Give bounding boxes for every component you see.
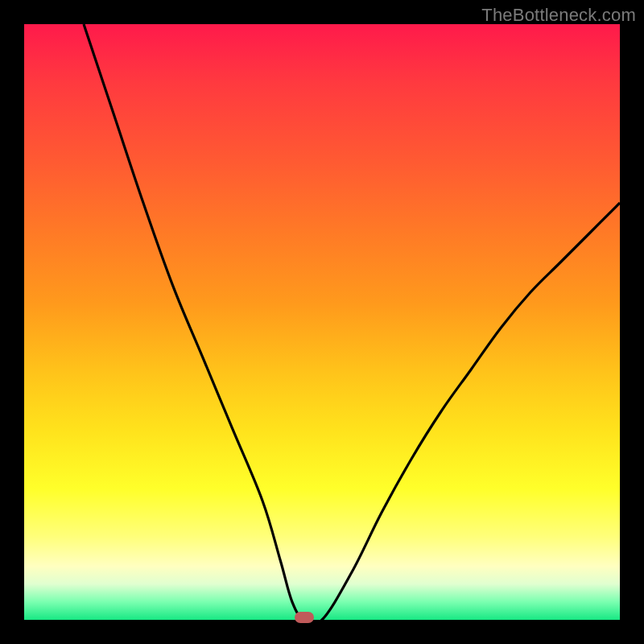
chart-frame: TheBottleneck.com bbox=[0, 0, 644, 644]
plot-background-gradient bbox=[24, 24, 620, 620]
bottleneck-marker bbox=[295, 612, 314, 623]
watermark-text: TheBottleneck.com bbox=[481, 5, 636, 26]
